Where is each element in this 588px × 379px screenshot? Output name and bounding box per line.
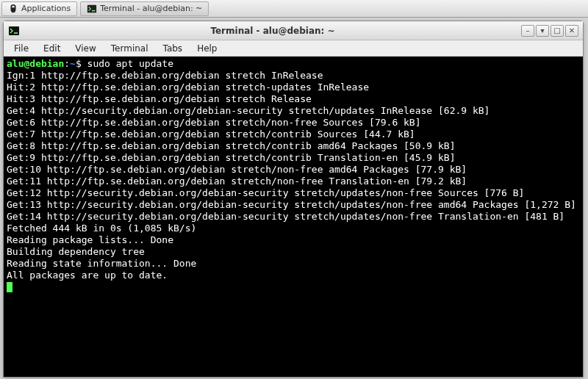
menu-tabs[interactable]: Tabs [156,41,190,56]
window-title: Terminal - alu@debian: ~ [24,26,521,36]
menu-help[interactable]: Help [190,41,224,56]
menubar: File Edit View Terminal Tabs Help [4,40,583,57]
maximize-button[interactable]: □ [551,25,564,37]
taskbar-terminal-entry[interactable]: Terminal - alu@debian: ~ [80,1,209,16]
terminal-icon [87,4,97,14]
cursor [7,282,12,292]
svg-rect-0 [87,4,96,12]
prompt-colon: : [64,58,70,69]
applications-menu[interactable]: Applications [1,1,77,16]
terminal-output: Ign:1 http://ftp.se.debian.org/debian st… [7,70,576,281]
taskbar-terminal-label: Terminal - alu@debian: ~ [100,4,202,13]
mouse-icon [8,4,18,14]
menu-file[interactable]: File [7,41,36,56]
menu-terminal[interactable]: Terminal [104,41,156,56]
prompt-dollar: $ [76,58,87,69]
taskbar: Applications Terminal - alu@debian: ~ [0,0,588,18]
svg-rect-1 [9,26,19,35]
prompt-path: ~ [70,58,76,69]
menu-edit[interactable]: Edit [36,41,68,56]
terminal-area[interactable]: alu@debian:~$ sudo apt update Ign:1 http… [4,57,583,377]
titlebar[interactable]: Terminal - alu@debian: ~ – ▾ □ ✕ [4,21,583,40]
close-button[interactable]: ✕ [565,25,578,37]
prompt-user-host: alu@debian [7,58,64,69]
terminal-window: Terminal - alu@debian: ~ – ▾ □ ✕ File Ed… [3,21,584,378]
command-text: sudo apt update [87,58,173,69]
minimize-button[interactable]: – [521,25,534,37]
window-buttons: – ▾ □ ✕ [521,25,578,37]
shade-button[interactable]: ▾ [536,25,549,37]
menu-view[interactable]: View [68,41,103,56]
applications-label: Applications [21,4,71,13]
terminal-icon [8,25,20,37]
